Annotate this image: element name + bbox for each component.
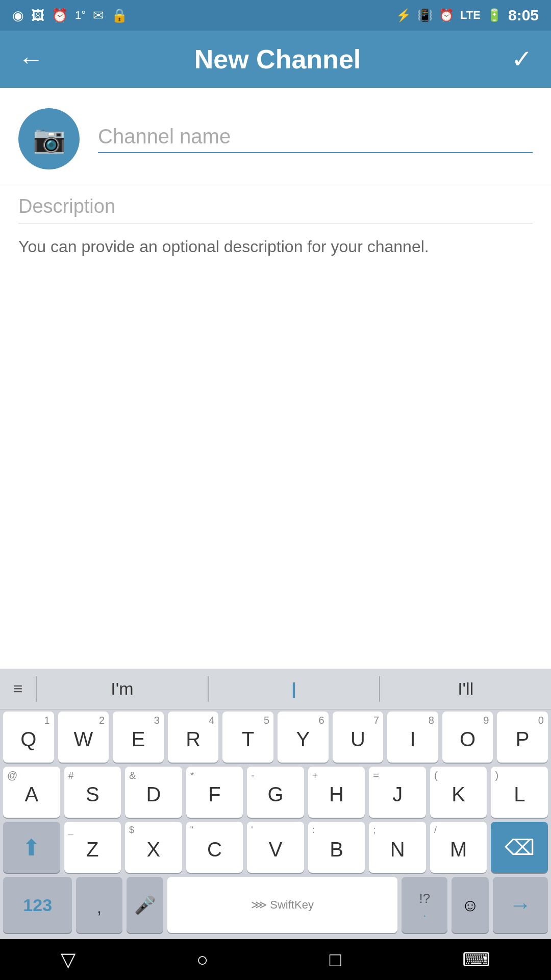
- suggestion-divider-left: [36, 676, 37, 702]
- suggestions-bar: ≡ I'm | I'll: [0, 669, 551, 709]
- key-z[interactable]: _ Z: [64, 822, 121, 873]
- channel-name-input[interactable]: [98, 125, 533, 153]
- key-t[interactable]: 5 T: [222, 712, 273, 763]
- temp-icon: 1°: [75, 9, 86, 22]
- status-bar: ◉ 🖼 ⏰ 1° ✉ 🔒 ⚡ 📳 ⏰ LTE 🔋 8:05: [0, 0, 551, 31]
- key-l[interactable]: ) L: [491, 767, 548, 818]
- nav-home-button[interactable]: ○: [196, 949, 208, 971]
- space-key[interactable]: ⋙ SwiftKey: [167, 877, 397, 933]
- keyboard: ≡ I'm | I'll 1 Q 2 W 3 E 4 R: [0, 669, 551, 939]
- key-row-1: 1 Q 2 W 3 E 4 R 5 T 6 Y: [3, 712, 548, 763]
- key-m[interactable]: / M: [430, 822, 487, 873]
- key-c[interactable]: " C: [186, 822, 243, 873]
- key-row-4: 123 , 🎤 ⋙ SwiftKey !? . ☺ →: [3, 877, 548, 933]
- key-w[interactable]: 2 W: [58, 712, 109, 763]
- mic-key[interactable]: 🎤: [127, 877, 163, 933]
- key-n[interactable]: ; N: [369, 822, 426, 873]
- key-x[interactable]: $ X: [125, 822, 182, 873]
- status-time: 8:05: [508, 7, 539, 24]
- nav-back-button[interactable]: ▽: [61, 948, 76, 971]
- suggestion-menu-icon[interactable]: ≡: [5, 679, 31, 698]
- back-button[interactable]: ←: [18, 44, 44, 74]
- status-right-icons: ⚡ 📳 ⏰ LTE 🔋 8:05: [396, 7, 539, 24]
- image-icon: 🖼: [31, 8, 44, 23]
- suggestion-center: |: [214, 679, 374, 699]
- key-o[interactable]: 9 O: [442, 712, 493, 763]
- delete-key[interactable]: ⌫: [491, 822, 548, 873]
- suggestion-right[interactable]: I'll: [385, 679, 546, 699]
- key-r[interactable]: 4 R: [168, 712, 219, 763]
- avatar-row: 📷: [0, 88, 551, 185]
- bottom-nav: ▽ ○ □ ⌨: [0, 939, 551, 980]
- suggestion-divider-mid: [208, 676, 209, 702]
- lock-icon: 🔒: [111, 8, 128, 23]
- emoji-key[interactable]: ☺: [452, 877, 488, 933]
- key-u[interactable]: 7 U: [333, 712, 384, 763]
- avatar-photo-picker[interactable]: 📷: [18, 108, 80, 169]
- description-section: You can provide an optional description …: [0, 185, 551, 259]
- mail-icon: ✉: [93, 8, 104, 23]
- vibrate-icon: 📳: [417, 8, 433, 22]
- key-p[interactable]: 0 P: [497, 712, 548, 763]
- description-hint: You can provide an optional description …: [18, 234, 533, 259]
- lte-icon: LTE: [460, 9, 481, 22]
- suggestion-left[interactable]: I'm: [42, 679, 203, 699]
- status-left-icons: ◉ 🖼 ⏰ 1° ✉ 🔒: [12, 8, 128, 23]
- key-k[interactable]: ( K: [430, 767, 487, 818]
- clock-icon: ⏰: [52, 8, 68, 23]
- special-chars-key[interactable]: !? .: [402, 877, 447, 933]
- confirm-button[interactable]: ✓: [511, 44, 533, 74]
- key-v[interactable]: ' V: [247, 822, 304, 873]
- location-icon: ◉: [12, 8, 24, 23]
- comma-key[interactable]: ,: [76, 877, 122, 933]
- description-input[interactable]: [18, 195, 533, 224]
- key-h[interactable]: + H: [308, 767, 365, 818]
- key-q[interactable]: 1 Q: [3, 712, 54, 763]
- main-content: 📷 You can provide an optional descriptio…: [0, 88, 551, 259]
- battery-icon: 🔋: [487, 8, 502, 22]
- numbers-key[interactable]: 123: [3, 877, 72, 933]
- key-d[interactable]: & D: [125, 767, 182, 818]
- page-title: New Channel: [194, 44, 361, 75]
- shift-key[interactable]: ⬆: [3, 822, 60, 873]
- key-a[interactable]: @ A: [3, 767, 60, 818]
- key-row-2: @ A # S & D * F - G + H: [3, 767, 548, 818]
- key-s[interactable]: # S: [64, 767, 121, 818]
- key-f[interactable]: * F: [186, 767, 243, 818]
- camera-icon: 📷: [33, 124, 66, 155]
- bluetooth-icon: ⚡: [396, 8, 411, 22]
- keyboard-rows: 1 Q 2 W 3 E 4 R 5 T 6 Y: [0, 709, 551, 939]
- key-j[interactable]: = J: [369, 767, 426, 818]
- suggestion-divider-right: [379, 676, 380, 702]
- nav-keyboard-button[interactable]: ⌨: [462, 948, 490, 971]
- key-g[interactable]: - G: [247, 767, 304, 818]
- enter-key[interactable]: →: [493, 877, 548, 933]
- key-y[interactable]: 6 Y: [278, 712, 329, 763]
- app-bar: ← New Channel ✓: [0, 31, 551, 88]
- alarm-icon: ⏰: [439, 8, 454, 22]
- nav-recent-button[interactable]: □: [330, 949, 341, 971]
- key-b[interactable]: : B: [308, 822, 365, 873]
- key-row-3: ⬆ _ Z $ X " C ' V : B ;: [3, 822, 548, 873]
- key-i[interactable]: 8 I: [387, 712, 438, 763]
- key-e[interactable]: 3 E: [113, 712, 164, 763]
